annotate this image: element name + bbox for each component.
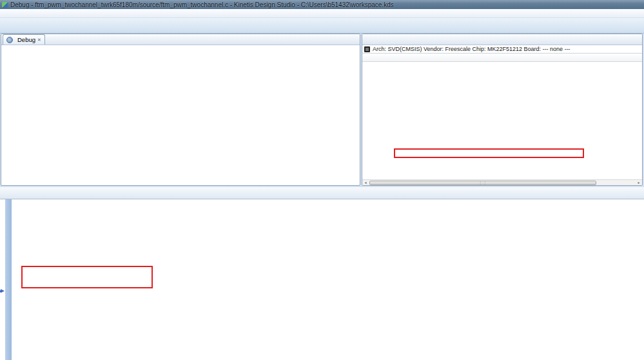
editor-area bbox=[0, 187, 644, 360]
annotation-red-box-bdmmode bbox=[394, 148, 584, 158]
register-table-header bbox=[362, 54, 642, 62]
menu-bar bbox=[0, 9, 644, 18]
debug-view-tabbar: ☼ Debug ✕ bbox=[1, 34, 360, 45]
embsys-info-text: Arch: SVD(CMSIS) Vendor: Freescale Chip:… bbox=[373, 46, 571, 52]
editor-ruler bbox=[5, 199, 12, 360]
app-icon bbox=[2, 2, 8, 8]
editor-tabbar bbox=[0, 187, 644, 199]
embsys-info-bar: Arch: SVD(CMSIS) Vendor: Freescale Chip:… bbox=[362, 45, 642, 54]
tab-debug[interactable]: ☼ Debug ✕ bbox=[3, 34, 45, 45]
main-toolbar bbox=[0, 18, 644, 34]
debug-tree bbox=[1, 45, 360, 48]
chip-icon bbox=[364, 46, 370, 52]
debug-view-icon: ☼ bbox=[6, 37, 13, 43]
code-editor[interactable] bbox=[0, 199, 644, 360]
debug-tab-label: Debug bbox=[17, 36, 35, 43]
top-panels: ☼ Debug ✕ Arch: SVD(CMSIS) Vendor: Frees… bbox=[0, 34, 644, 186]
instruction-pointer-icon bbox=[1, 289, 5, 293]
embsys-registers-view: Arch: SVD(CMSIS) Vendor: Freescale Chip:… bbox=[362, 34, 643, 186]
window-title: Debug - ftm_pwm_twochannel_twrk65f180m/s… bbox=[10, 1, 394, 8]
scroll-left-icon[interactable]: ◂ bbox=[362, 180, 369, 186]
scroll-right-icon[interactable]: ▸ bbox=[636, 180, 642, 186]
title-bar: Debug - ftm_pwm_twochannel_twrk65f180m/s… bbox=[0, 0, 644, 9]
horizontal-scrollbar[interactable]: ◂ ▸ bbox=[362, 179, 642, 185]
debug-view: ☼ Debug ✕ bbox=[1, 34, 360, 186]
scrollbar-thumb[interactable] bbox=[369, 181, 596, 185]
close-icon[interactable]: ✕ bbox=[37, 37, 41, 42]
annotation-red-box-code bbox=[21, 266, 153, 288]
kds-window: Debug - ftm_pwm_twochannel_twrk65f180m/s… bbox=[0, 0, 644, 360]
right-view-tabbar bbox=[362, 34, 642, 45]
